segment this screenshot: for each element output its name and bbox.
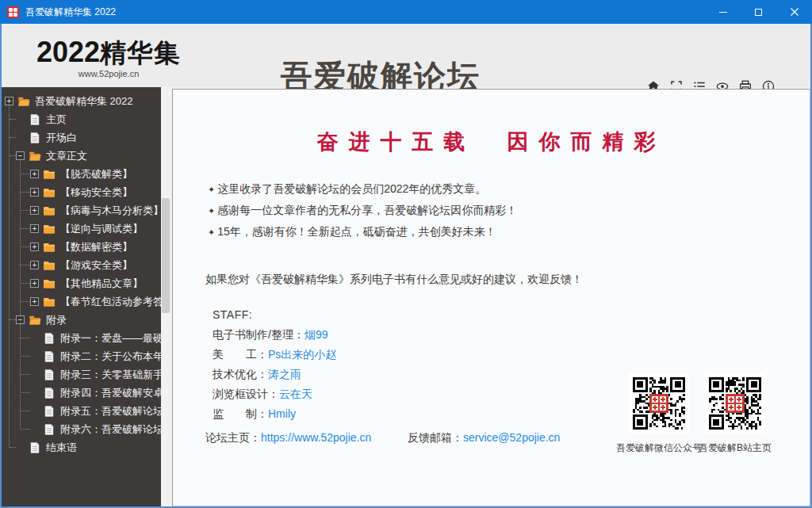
tree-item-label: 【春节红包活动参考答案】	[60, 295, 161, 309]
collapse-minus-icon[interactable]: −	[16, 315, 25, 324]
tree-item-label: 【数据解密类】	[60, 240, 132, 254]
tree-item[interactable]: 附录二：关于公布本年度	[20, 347, 161, 365]
titlebar: 吾爱破解精华集 2022	[0, 0, 812, 24]
brand-logo-text: 2022精华集	[36, 36, 181, 69]
tree-item-label: 附录	[46, 313, 67, 327]
tree-connector-stub	[20, 411, 30, 411]
tree-connector-stub	[10, 119, 16, 120]
tree-item[interactable]: +【春节红包活动参考答案】	[20, 292, 161, 311]
expand-plus-icon[interactable]: +	[5, 97, 13, 105]
body-row: +吾爱破解精华集 2022主页开场白−文章正文+【脱壳破解类】+【移动安全类】+…	[2, 87, 810, 506]
tree-item[interactable]: +【脱壳破解类】	[20, 165, 161, 183]
sidebar-scrollbar-thumb[interactable]	[162, 198, 170, 313]
tree-item-label: 附录六：吾爱破解论坛历	[60, 422, 161, 437]
tree-item[interactable]: 附录三：关零基础新手教	[20, 365, 161, 384]
tree-item-label: 【游戏安全类】	[60, 258, 132, 273]
staff-role: 电子书制作/整理：	[213, 328, 304, 341]
folder-icon	[43, 168, 56, 181]
tree-item[interactable]: +【病毒与木马分析类】	[20, 201, 161, 220]
folder-icon	[43, 186, 56, 199]
page-icon	[43, 332, 56, 345]
tree-item[interactable]: +吾爱破解精华集 2022	[5, 92, 161, 110]
staff-name-link[interactable]: 云在天	[279, 388, 312, 400]
qr-code-label: 吾爱破解B站主页	[699, 441, 772, 455]
tree-connector-stub	[20, 246, 30, 247]
staff-role: 美 工：	[213, 348, 268, 361]
staff-row: 技术优化：涛之雨	[213, 365, 336, 384]
tree-connector-stub	[10, 137, 16, 138]
maximize-button[interactable]	[741, 0, 776, 24]
window-title: 吾爱破解精华集 2022	[25, 6, 705, 19]
staff-name-link[interactable]: 烟99	[304, 328, 328, 341]
tree-item[interactable]: +【数据解密类】	[20, 238, 161, 256]
staff-block: STAFF: 电子书制作/整理：烟99美 工：Ps出来的小赵技术优化：涛之雨浏览…	[213, 305, 336, 424]
tree-item[interactable]: 主页	[10, 110, 161, 128]
tree-item[interactable]: 附录六：吾爱破解论坛历	[20, 420, 161, 438]
bullet-text: 15年，感谢有你！全新起点，砥砺奋进，共创美好未来！	[217, 225, 496, 238]
expand-plus-icon[interactable]: +	[30, 279, 39, 288]
staff-role: 技术优化：	[213, 368, 268, 380]
tree-item[interactable]: 附录五：吾爱破解论坛官	[20, 402, 161, 420]
folder-icon	[43, 241, 56, 254]
header: 2022精华集 www.52pojie.cn 吾爱破解论坛	[2, 24, 810, 87]
staff-name-link[interactable]: Hmily	[268, 407, 296, 420]
expand-plus-icon[interactable]: +	[30, 170, 39, 178]
tree-item[interactable]: +【逆向与调试类】	[20, 220, 161, 238]
minimize-button[interactable]	[705, 0, 741, 24]
sidebar-scrollbar[interactable]	[161, 87, 170, 506]
collapse-minus-icon[interactable]: −	[16, 151, 25, 160]
tree-item-label: 附录三：关零基础新手教	[60, 368, 161, 382]
staff-name-link[interactable]: 涛之雨	[268, 368, 301, 380]
expand-plus-icon[interactable]: +	[30, 206, 39, 215]
tree-item-label: 【其他精品文章】	[60, 277, 143, 291]
tree-item[interactable]: −附录	[10, 311, 161, 329]
staff-title: STAFF:	[213, 305, 336, 325]
app-window: 吾爱破解精华集 2022 2022精华集 www.52pojie.cn 吾爱破解…	[0, 0, 812, 508]
expand-plus-icon[interactable]: +	[30, 261, 39, 269]
forum-title: 吾爱破解论坛	[281, 60, 481, 92]
qr-code-block: 吾爱破解微信公众号	[629, 373, 689, 455]
expand-plus-icon[interactable]: +	[30, 297, 39, 306]
logo-suffix: 精华集	[100, 38, 181, 67]
brand-logo: 2022精华集 www.52pojie.cn	[36, 36, 181, 78]
staff-name-link[interactable]: Ps出来的小赵	[268, 348, 336, 361]
tree-item-label: 附录四：吾爱破解安卓逆	[60, 386, 161, 400]
hyperlink[interactable]: service@52pojie.cn	[463, 431, 560, 444]
window-controls	[705, 0, 812, 24]
page-icon	[43, 405, 56, 418]
staff-role: 监 制：	[213, 407, 268, 420]
close-button[interactable]	[776, 0, 812, 24]
sidebar-tree: +吾爱破解精华集 2022主页开场白−文章正文+【脱壳破解类】+【移动安全类】+…	[2, 87, 161, 506]
staff-list: 电子书制作/整理：烟99美 工：Ps出来的小赵技术优化：涛之雨浏览框设计：云在天…	[213, 325, 336, 424]
tree-item[interactable]: 结束语	[10, 438, 161, 456]
sidebar: +吾爱破解精华集 2022主页开场白−文章正文+【脱壳破解类】+【移动安全类】+…	[2, 87, 161, 506]
content-panel: 奋进十五载 因你而精彩 ✦这里收录了吾爱破解论坛的会员们2022年的优秀文章。✦…	[172, 89, 810, 506]
folder-icon	[43, 204, 56, 217]
tree-item[interactable]: 附录一：爱盘——最硬核	[20, 329, 161, 347]
tree-item-label: 文章正文	[46, 149, 87, 163]
tree-connector-stub	[20, 338, 30, 338]
tree-item[interactable]: +【其他精品文章】	[20, 274, 161, 292]
tree-connector-stub	[20, 228, 30, 229]
bullet-text: 这里收录了吾爱破解论坛的会员们2022年的优秀文章。	[217, 182, 486, 195]
tree-item-label: 主页	[46, 113, 67, 127]
expand-plus-icon[interactable]: +	[30, 243, 39, 251]
tree-item[interactable]: +【移动安全类】	[20, 183, 161, 201]
logo-year: 2022	[36, 36, 100, 68]
hyperlink[interactable]: https://www.52pojie.cn	[261, 431, 371, 444]
bullet-item: ✦15年，感谢有你！全新起点，砥砺奋进，共创美好未来！	[208, 221, 517, 243]
bullet-item: ✦这里收录了吾爱破解论坛的会员们2022年的优秀文章。	[208, 178, 517, 200]
tree-item[interactable]: +【游戏安全类】	[20, 256, 161, 274]
tree-item[interactable]: 附录四：吾爱破解安卓逆	[20, 384, 161, 402]
qr-code-block: 吾爱破解B站主页	[705, 373, 765, 455]
link-pair: 论坛主页：https://www.52pojie.cn	[205, 431, 371, 445]
expand-plus-icon[interactable]: +	[30, 188, 39, 197]
page-icon	[43, 350, 56, 363]
tree-item[interactable]: 开场白	[10, 128, 161, 147]
staff-row: 电子书制作/整理：烟99	[213, 325, 336, 345]
expand-plus-icon[interactable]: +	[30, 224, 39, 233]
tree-connector-stub	[20, 374, 30, 375]
tree-item[interactable]: −文章正文	[10, 147, 161, 165]
folder-icon	[43, 296, 56, 308]
bullet-star-icon: ✦	[208, 185, 215, 194]
